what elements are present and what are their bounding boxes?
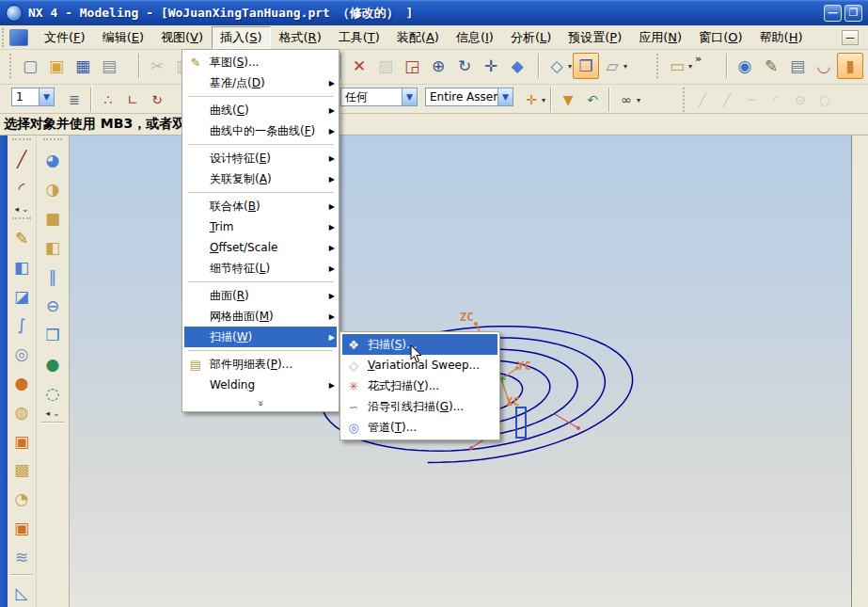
sweep-submenu-item-5[interactable]: ◎管道(T)... [342, 417, 497, 438]
hollow-icon[interactable]: ▣ [9, 514, 35, 543]
menubar-item-8[interactable]: 信息(I) [448, 26, 502, 49]
menubar-item-6[interactable]: 工具(T) [330, 26, 388, 49]
toolbar-nav-arrows[interactable]: ◂ ⌄ [46, 407, 60, 419]
menubar-item-11[interactable]: 应用(N) [630, 26, 690, 49]
insert-menu-item-2[interactable]: 基准/点(D)▶ [184, 72, 337, 93]
assembly-navigator-icon[interactable]: ❒ [573, 53, 599, 79]
arc-tool-icon[interactable]: ◜ [9, 174, 35, 203]
pan-view-icon[interactable]: ✛ [478, 53, 504, 79]
new-file-icon[interactable]: ▢ [17, 53, 43, 79]
menubar-item-7[interactable]: 装配(A) [388, 26, 448, 49]
insert-menu-item-16[interactable]: 网格曲面(M)▶ [184, 306, 337, 327]
menubar-item-9[interactable]: 分析(L) [502, 26, 560, 49]
emboss-icon[interactable]: ◔ [9, 485, 35, 514]
sketch-icon[interactable]: ✎ [9, 223, 35, 252]
load-options-combo-arrow[interactable]: ▼ [497, 88, 513, 105]
insert-menu-item-17[interactable]: 扫描(W)▶ [184, 327, 337, 347]
load-options-combo[interactable]: Entire Assemb▼ [425, 88, 513, 106]
menubar-item-4[interactable]: 插入(S) [212, 26, 270, 49]
tube-tool-icon[interactable]: ◎ [9, 340, 35, 369]
menubar-item-2[interactable]: 编辑(E) [94, 26, 152, 49]
datum-csys-icon[interactable]: ∟ [120, 88, 145, 111]
insert-menu-item-1[interactable]: ✎草图(S)... [184, 52, 337, 72]
measure-ruler-icon[interactable]: ▭ [664, 53, 690, 79]
selection-scope-combo[interactable]: 任何▼ [340, 88, 418, 106]
step-block-icon[interactable]: ◧ [40, 232, 66, 262]
menubar-item-10[interactable]: 预设置(P) [560, 26, 630, 49]
modeling-app-icon[interactable]: ◉ [732, 53, 758, 79]
shaded-view-icon[interactable]: ◆ [504, 53, 530, 79]
menubar-item-3[interactable]: 视图(V) [152, 26, 212, 49]
revolve-icon[interactable]: ◑ [40, 174, 66, 203]
save-icon[interactable]: ▦ [70, 53, 96, 79]
menu-expand-chevron[interactable]: » [184, 395, 337, 409]
menubar-item-13[interactable]: 帮助(H) [751, 26, 812, 49]
extrude-icon[interactable]: ◧ [9, 252, 35, 281]
insert-menu-item-12[interactable]: Offset/Scale▶ [184, 237, 337, 258]
toolbar-grip[interactable] [2, 28, 7, 47]
pocket-icon[interactable]: ▣ [9, 426, 35, 455]
drafting-app-icon[interactable]: ✎ [758, 53, 784, 79]
line-point-icon[interactable]: ╱ [715, 88, 739, 111]
view-combo-arrow[interactable]: ▼ [39, 88, 54, 105]
pad-icon[interactable]: ▩ [9, 455, 35, 485]
point-set-icon[interactable]: ∴ [96, 88, 120, 111]
block-icon[interactable]: ■ [40, 203, 66, 232]
minimize-button[interactable]: — [824, 5, 842, 22]
circle-center-icon[interactable]: ⊙ [788, 88, 813, 111]
cylinder-icon[interactable]: ⊖ [40, 291, 66, 320]
spring-icon[interactable]: ≋ [9, 542, 35, 571]
insert-menu-item-10[interactable]: 联合体(B)▶ [184, 196, 337, 216]
toolbar-nav-arrows[interactable]: ◂ ⌄ [15, 203, 29, 215]
manufacturing-app-icon[interactable]: ▤ [784, 53, 811, 79]
selection-filter-icon[interactable]: ▼ [556, 88, 580, 111]
arc-icon[interactable]: ◜ [764, 88, 788, 111]
cube-pair-icon[interactable]: ❒ [40, 320, 66, 349]
inspection-app-icon[interactable]: ◡ [811, 53, 837, 79]
layer-settings-icon[interactable]: ≣ [62, 88, 87, 111]
maximize-button[interactable]: ❐ [844, 5, 862, 22]
workbook-icon[interactable]: ▱ [599, 53, 625, 79]
section-profile-curve[interactable] [515, 407, 527, 439]
menubar-item-1[interactable]: 文件(F) [36, 26, 94, 49]
sweep-submenu-item-4[interactable]: ∽沿导引线扫描(G)... [342, 396, 497, 417]
insert-menu-item-5[interactable]: 曲线中的一条曲线(F)▶ [184, 120, 337, 141]
menubar-item-12[interactable]: 窗口(O) [690, 26, 750, 49]
insert-menu-item-15[interactable]: 曲面(R)▶ [184, 285, 337, 306]
hole-icon[interactable]: ● [9, 369, 35, 398]
sweep-tool-icon[interactable]: ∫ [9, 311, 35, 340]
insert-menu-item-13[interactable]: 细节特征(L)▶ [184, 258, 337, 279]
circle-icon[interactable]: ○ [813, 88, 837, 111]
find-component-icon[interactable]: ∞ [614, 88, 639, 111]
open-file-icon[interactable]: ▣ [43, 53, 70, 79]
bellows-icon[interactable]: ∥ [40, 262, 66, 291]
display-mode-icon[interactable]: ◇ [544, 53, 570, 79]
add-component-icon[interactable]: ✛ [519, 88, 544, 111]
dome-icon[interactable]: ◕ [40, 145, 66, 174]
insert-menu-item-11[interactable]: Trim▶ [184, 216, 337, 237]
view-combo[interactable]: 1▼ [11, 88, 55, 106]
zoom-in-out-icon[interactable]: ⊕ [425, 53, 451, 79]
mdi-minimize-button[interactable]: — [842, 30, 859, 45]
refresh-display-icon[interactable]: ▨ [372, 53, 399, 79]
spline-icon[interactable]: ~ [739, 88, 764, 111]
trim-body-icon[interactable]: ◪ [9, 281, 35, 311]
rotate-view-icon[interactable]: ↻ [451, 53, 478, 79]
sheetmetal-app-icon[interactable]: ▮ [837, 53, 863, 79]
print-icon[interactable]: ▤ [96, 53, 122, 79]
subtract-icon[interactable]: ◌ [40, 378, 66, 407]
line-tool-icon[interactable]: ╱ [9, 145, 35, 174]
cut-icon[interactable]: ✂ [144, 53, 170, 79]
fit-view-icon[interactable]: ✕ [346, 53, 372, 79]
zoom-window-icon[interactable]: ◲ [399, 53, 425, 79]
insert-menu-item-7[interactable]: 设计特征(E)▶ [184, 148, 337, 168]
undo-icon[interactable]: ↶ [580, 88, 605, 111]
boss-icon[interactable]: ◍ [9, 397, 35, 426]
insert-menu-item-8[interactable]: 关联复制(A)▶ [184, 168, 337, 189]
insert-menu-item-4[interactable]: 曲线(C)▶ [184, 100, 337, 120]
line-icon[interactable]: ╱ [690, 88, 715, 111]
insert-menu-item-19[interactable]: ▤部件明细表(P)... [184, 354, 337, 375]
unite-icon[interactable]: ● [40, 349, 66, 378]
chamfer-icon[interactable]: ◺ [9, 578, 35, 607]
selection-scope-combo-arrow[interactable]: ▼ [402, 88, 417, 105]
